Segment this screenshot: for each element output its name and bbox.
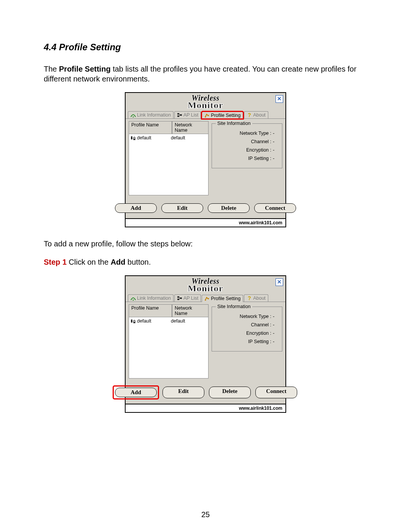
svg-text:?: ?: [248, 112, 251, 118]
tab-profile-setting[interactable]: Profile Setting: [202, 295, 243, 302]
tab-link-information[interactable]: Link Information: [128, 294, 174, 302]
tab-ap-list[interactable]: AP List: [174, 111, 201, 118]
profile-setting-icon: [204, 296, 210, 301]
profile-setting-icon: [204, 113, 210, 118]
tab-label: AP List: [183, 296, 198, 301]
button-bar: Add Edit Delete Connect: [126, 383, 285, 404]
tab-label: Link Information: [137, 112, 171, 118]
profile-list-body[interactable]: default default: [129, 317, 209, 379]
svg-point-10: [133, 300, 134, 301]
profile-list: Profile Name Network Name default defaul: [129, 121, 209, 197]
tab-link-information[interactable]: Link Information: [128, 111, 174, 118]
tab-label: Link Information: [137, 296, 171, 301]
svg-rect-19: [134, 322, 135, 323]
col-profile-name[interactable]: Profile Name: [129, 121, 172, 134]
svg-line-5: [179, 115, 180, 116]
tab-bar: Link Information AP List Profile Setting: [126, 294, 285, 302]
connect-button[interactable]: Connect: [255, 387, 297, 398]
site-information-legend: Site Information: [216, 121, 252, 126]
site-information-box: Site Information Network Type :- Channel…: [212, 307, 282, 351]
close-icon: ✕: [277, 96, 282, 102]
step-1: Step 1 Click on the Add button.: [44, 257, 367, 267]
site-information-box: Site Information Network Type :- Channel…: [212, 123, 282, 168]
svg-rect-1: [177, 113, 179, 115]
list-item[interactable]: default default: [129, 134, 208, 142]
col-network-name[interactable]: Network Name: [172, 304, 209, 317]
svg-text:?: ?: [248, 296, 251, 301]
tab-label: AP List: [183, 112, 198, 118]
edit-button[interactable]: Edit: [162, 387, 204, 398]
connect-button[interactable]: Connect: [254, 203, 296, 213]
col-network-name[interactable]: Network Name: [172, 121, 209, 134]
tab-ap-list[interactable]: AP List: [174, 294, 201, 302]
add-button[interactable]: Add: [115, 388, 157, 397]
profile-lock-icon: [131, 135, 136, 141]
svg-point-0: [133, 117, 134, 118]
svg-rect-12: [177, 299, 179, 300]
close-icon: ✕: [277, 279, 282, 285]
tab-label: Profile Setting: [211, 296, 241, 301]
svg-line-14: [179, 297, 180, 298]
add-button[interactable]: Add: [115, 203, 157, 213]
svg-point-6: [205, 117, 206, 118]
help-icon: ?: [247, 112, 252, 118]
signal-icon: [131, 296, 136, 301]
svg-point-16: [205, 300, 206, 301]
svg-rect-8: [131, 136, 132, 139]
list-item[interactable]: default default: [129, 317, 208, 325]
tab-profile-setting[interactable]: Profile Setting: [202, 112, 243, 119]
tab-about[interactable]: ? About: [244, 294, 268, 302]
button-bar: Add Edit Delete Connect: [126, 200, 285, 218]
svg-rect-18: [131, 320, 132, 323]
col-profile-name[interactable]: Profile Name: [129, 304, 172, 317]
window-titlebar: Wireless Monitor ✕: [126, 276, 285, 294]
window-footer: www.airlink101.com: [126, 218, 285, 227]
page-number: 25: [0, 510, 411, 519]
svg-rect-11: [177, 296, 179, 298]
ap-list-icon: [177, 112, 182, 118]
instruction-paragraph: To add a new profile, follow the steps b…: [44, 239, 367, 249]
wireless-monitor-window: Wireless Monitor ✕ Link Information AP L…: [125, 92, 286, 227]
close-button[interactable]: ✕: [276, 278, 283, 286]
window-footer: www.airlink101.com: [126, 404, 285, 412]
delete-button[interactable]: Delete: [208, 203, 250, 213]
svg-rect-9: [134, 139, 135, 140]
profile-list-body[interactable]: default default: [129, 134, 209, 195]
svg-rect-2: [177, 115, 179, 117]
tab-label: Profile Setting: [211, 113, 241, 118]
section-heading: 4.4 Profile Setting: [44, 42, 367, 53]
app-logo: Wireless Monitor: [188, 94, 223, 110]
svg-line-4: [179, 114, 180, 115]
site-information-legend: Site Information: [216, 304, 252, 309]
window-titlebar: Wireless Monitor ✕: [126, 93, 285, 111]
app-logo: Wireless Monitor: [188, 278, 223, 293]
svg-rect-3: [180, 114, 182, 116]
tab-label: About: [253, 296, 266, 301]
wireless-monitor-window: Wireless Monitor ✕ Link Information AP L…: [125, 275, 286, 413]
profile-list: Profile Name Network Name default defaul: [129, 304, 209, 380]
close-button[interactable]: ✕: [276, 95, 283, 103]
intro-paragraph: The Profile Setting tab lists all the pr…: [44, 64, 367, 84]
svg-line-15: [179, 298, 180, 299]
edit-button[interactable]: Edit: [161, 203, 203, 213]
tab-about[interactable]: ? About: [244, 111, 268, 118]
signal-icon: [131, 112, 136, 118]
tab-label: About: [253, 112, 266, 118]
add-button-highlight: Add: [114, 387, 158, 398]
svg-rect-13: [180, 297, 182, 299]
profile-lock-icon: [131, 318, 136, 324]
help-icon: ?: [247, 296, 252, 301]
delete-button[interactable]: Delete: [209, 387, 251, 398]
tab-bar: Link Information AP List Profile Setting: [126, 111, 285, 118]
ap-list-icon: [177, 296, 182, 301]
